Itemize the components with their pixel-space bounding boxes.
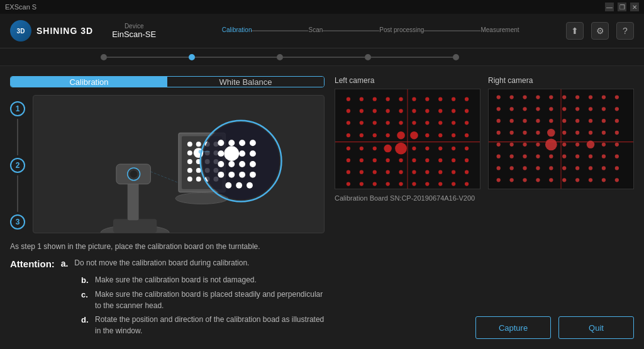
instruction-letter-c: c. xyxy=(81,289,91,301)
svg-point-82 xyxy=(399,121,402,125)
svg-point-155 xyxy=(536,107,540,111)
steps-area: 1 2 3 xyxy=(10,95,325,233)
svg-point-78 xyxy=(347,121,350,125)
svg-point-30 xyxy=(175,193,228,204)
maximize-button[interactable]: ❐ xyxy=(618,3,626,11)
svg-point-221 xyxy=(615,178,619,182)
svg-point-197 xyxy=(562,154,566,158)
svg-point-119 xyxy=(360,170,364,174)
cameras-row: Left camera xyxy=(335,76,634,189)
svg-point-131 xyxy=(386,182,390,186)
step-post-label: Post processing xyxy=(379,26,424,33)
svg-point-134 xyxy=(425,182,429,186)
svg-point-176 xyxy=(547,129,555,137)
svg-point-210 xyxy=(602,166,606,170)
svg-point-26 xyxy=(187,177,192,182)
svg-point-183 xyxy=(509,143,513,147)
svg-point-105 xyxy=(438,147,442,150)
svg-point-182 xyxy=(497,143,501,147)
progress-dot-3 xyxy=(277,54,283,60)
svg-point-114 xyxy=(425,158,429,162)
minimize-button[interactable]: — xyxy=(605,3,614,11)
svg-point-161 xyxy=(615,107,619,111)
svg-point-195 xyxy=(536,154,540,158)
step-number-1: 1 xyxy=(10,101,25,116)
svg-point-86 xyxy=(452,121,455,125)
svg-point-158 xyxy=(575,107,579,111)
svg-point-122 xyxy=(399,170,402,174)
step-connector-2-3 xyxy=(17,175,18,212)
quit-button[interactable]: Quit xyxy=(558,316,634,339)
attention-item: Attention: a. Do not move the calibratio… xyxy=(10,257,325,272)
svg-point-179 xyxy=(589,131,592,135)
svg-point-102 xyxy=(395,143,407,155)
step-calibration[interactable]: Calibration xyxy=(222,26,252,36)
svg-point-172 xyxy=(497,131,501,135)
device-info: Device EinScan-SE xyxy=(112,23,156,39)
settings-button[interactable]: ⚙ xyxy=(591,22,609,40)
svg-point-117 xyxy=(465,158,469,162)
step-measurement[interactable]: Measurement xyxy=(480,26,519,36)
svg-point-75 xyxy=(438,109,442,113)
main-content: Calibration White Balance 1 2 3 xyxy=(0,66,644,349)
svg-point-112 xyxy=(399,158,402,162)
svg-point-184 xyxy=(523,143,526,147)
svg-point-127 xyxy=(465,170,469,174)
svg-point-23 xyxy=(196,168,201,173)
svg-point-205 xyxy=(536,166,540,170)
svg-point-47 xyxy=(239,172,245,178)
svg-point-116 xyxy=(452,158,455,162)
svg-point-188 xyxy=(575,143,579,147)
svg-point-43 xyxy=(239,161,245,167)
logo-text: SHINING 3D xyxy=(36,26,93,36)
svg-point-115 xyxy=(438,158,442,162)
svg-point-113 xyxy=(412,158,416,162)
svg-point-136 xyxy=(452,182,455,186)
svg-point-190 xyxy=(602,143,606,147)
close-button[interactable]: ✕ xyxy=(630,3,639,11)
svg-point-126 xyxy=(452,170,455,174)
tab-calibration[interactable]: Calibration xyxy=(11,77,167,87)
svg-point-80 xyxy=(373,121,377,125)
progress-dot-4 xyxy=(365,54,371,60)
svg-point-149 xyxy=(589,95,592,99)
svg-point-94 xyxy=(425,133,429,137)
instruction-letter-d: d. xyxy=(81,314,91,326)
svg-point-208 xyxy=(575,166,579,170)
svg-point-100 xyxy=(373,147,377,150)
svg-point-216 xyxy=(549,178,553,182)
instruction-item-b: b. Make sure the calibration board is no… xyxy=(10,274,325,287)
capture-button[interactable]: Capture xyxy=(475,316,551,339)
svg-point-111 xyxy=(386,158,390,162)
svg-point-27 xyxy=(196,177,201,182)
instruction-letter-b: b. xyxy=(81,274,91,287)
svg-point-92 xyxy=(397,131,405,140)
share-button[interactable]: ⬆ xyxy=(566,22,584,40)
svg-point-145 xyxy=(536,95,540,99)
svg-point-164 xyxy=(523,119,526,123)
svg-point-199 xyxy=(589,154,592,158)
svg-point-42 xyxy=(228,161,235,167)
svg-point-85 xyxy=(438,121,442,125)
step-post-processing[interactable]: Post processing xyxy=(379,26,424,36)
svg-point-87 xyxy=(465,121,469,125)
instruction-text-d: Rotate the position and direction of the… xyxy=(95,314,325,336)
svg-point-185 xyxy=(536,143,540,147)
svg-point-83 xyxy=(412,121,416,125)
svg-point-71 xyxy=(386,109,390,113)
calibration-image xyxy=(33,95,325,233)
svg-point-153 xyxy=(509,107,513,111)
svg-point-123 xyxy=(412,170,416,174)
svg-point-151 xyxy=(615,95,619,99)
svg-point-168 xyxy=(575,119,579,123)
help-button[interactable]: ? xyxy=(616,22,634,40)
svg-point-154 xyxy=(523,107,526,111)
step-scan[interactable]: Scan xyxy=(308,26,323,36)
svg-point-64 xyxy=(425,97,429,101)
attention-label: Attention: xyxy=(10,257,55,272)
instruction-text-b: Make sure the calibration board is not d… xyxy=(95,274,257,285)
svg-point-207 xyxy=(562,166,566,170)
svg-point-202 xyxy=(497,166,501,170)
tab-white-balance[interactable]: White Balance xyxy=(167,77,324,87)
step-number-3: 3 xyxy=(10,214,25,230)
